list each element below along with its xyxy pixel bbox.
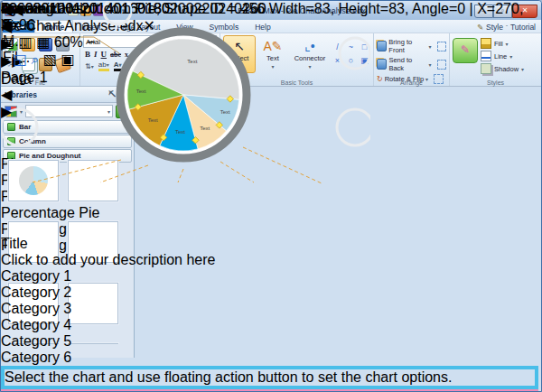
connector-dashed-line	[220, 162, 254, 182]
normal-view-button[interactable]: ▤	[1, 34, 14, 50]
chart-title-placeholder[interactable]: Title	[1, 236, 538, 252]
snap-toggle-button[interactable]: ▣	[61, 51, 74, 67]
edraw-max-window: ↶▾↷✦⌕▾ Edraw Max - Pie Chart Analyse.edx…	[0, 0, 542, 392]
legend-label: Category 3	[1, 301, 71, 316]
connector-dashed-line	[100, 165, 148, 182]
slice-label: Text	[136, 89, 146, 94]
connector-dashed-line	[243, 147, 322, 183]
shape-info: Pie, Shape ID = 456	[136, 1, 266, 16]
zoom-in-button[interactable]: +	[1, 51, 9, 67]
chart-description-placeholder[interactable]: Click to add your description here	[1, 252, 538, 268]
legend-item: Category 1	[1, 268, 538, 285]
legend-item: Category 6	[1, 350, 538, 366]
legend-label: Category 6	[1, 350, 71, 365]
store-link[interactable]: store.edrawsoft.com	[1, 1, 131, 16]
presentation-view-button[interactable]: ▦	[36, 34, 50, 50]
legend-item: Category 2	[1, 285, 538, 301]
slice-label: Text	[200, 126, 210, 131]
legend-item: Category 3	[1, 301, 538, 317]
data-tab[interactable]: Data	[1, 71, 91, 113]
connector-dashed-line	[33, 160, 121, 182]
step-circle-1[interactable]: Select the chart and use floating action…	[1, 366, 538, 389]
legend-label: Category 5	[1, 333, 71, 349]
zoom-out-button[interactable]: −	[87, 34, 95, 50]
zoom-area-button[interactable]: ⌕	[31, 51, 39, 67]
legend-label: Category 4	[1, 317, 71, 332]
slice-label: Text	[175, 129, 185, 135]
page-view-button[interactable]: ▥	[19, 34, 33, 50]
legend-item: Category 5	[1, 333, 538, 350]
legend-item: Category 4	[1, 317, 538, 333]
legend-label: Category 1	[1, 268, 71, 284]
legend-label: Category 2	[1, 285, 71, 300]
fit-window-button[interactable]: ◱	[14, 51, 27, 67]
slice-label: Text	[220, 109, 230, 115]
zoom-level: 60%	[54, 34, 83, 50]
chart-legend: Category 1Category 2Category 3Category 4…	[1, 268, 538, 366]
connector-dashed-line	[178, 169, 183, 182]
grid-toggle-button[interactable]: ▧	[43, 51, 57, 67]
step-text: Select the chart and use floating action…	[5, 369, 535, 386]
slice-label: Text	[148, 117, 158, 123]
status-bar: store.edrawsoft.com Pie, Shape ID = 456 …	[1, 1, 541, 68]
